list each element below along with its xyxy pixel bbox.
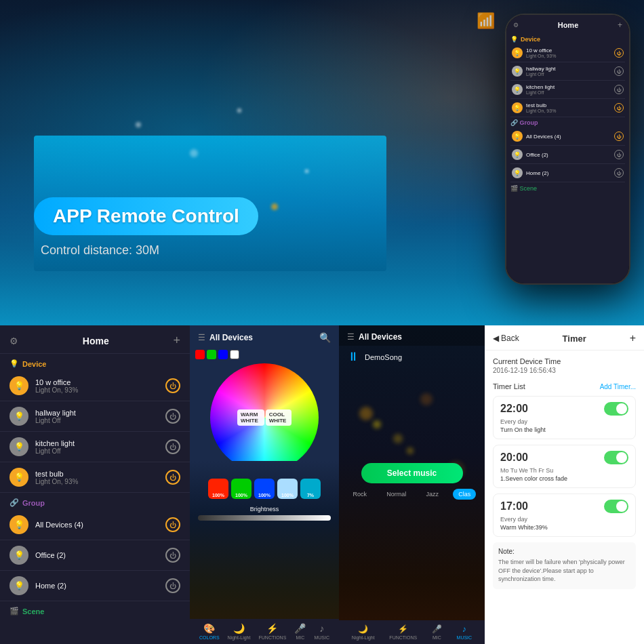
app-scene-icon: 🎬 bbox=[9, 607, 19, 616]
music-list-icon: ☰ bbox=[347, 332, 355, 342]
app-device-info-3: kitchen light Light Off bbox=[35, 439, 165, 455]
swatch-white[interactable]: 100% bbox=[277, 479, 298, 499]
music-tab-normal[interactable]: Normal bbox=[381, 489, 411, 500]
app-power-btn-4[interactable]: ⏻ bbox=[165, 470, 180, 485]
timer-item-1-top: 22:00 bbox=[500, 402, 628, 416]
music-nav-music[interactable]: ♪ MUSIC bbox=[457, 624, 472, 640]
app-group-power-3[interactable]: ⏻ bbox=[165, 578, 180, 593]
mid-search-icon[interactable]: 🔍 bbox=[319, 332, 331, 343]
phone-group-power-3[interactable]: ⏻ bbox=[614, 168, 624, 178]
swatch-blue[interactable]: 100% bbox=[254, 479, 275, 499]
app-group-power-2[interactable]: ⏻ bbox=[165, 548, 180, 563]
timer-item-1: 22:00 Every day Turn On the light bbox=[493, 396, 636, 439]
music-tab-clas[interactable]: Clas bbox=[453, 489, 476, 500]
app-group-info-3: Home (2) bbox=[35, 582, 165, 590]
phone-device-icon-2: 💡 bbox=[512, 66, 523, 77]
app-group-row-2[interactable]: 💡 Office (2) ⏻ bbox=[0, 540, 190, 571]
app-gear-icon[interactable]: ⚙ bbox=[9, 336, 18, 346]
phone-group-power-1[interactable]: ⏻ bbox=[614, 132, 624, 141]
music-tab-jazz[interactable]: Jazz bbox=[421, 489, 445, 500]
phone-title: Home bbox=[558, 21, 579, 29]
mid-bottom: 100% 100% 100% 100% 7% Brightness bbox=[190, 475, 339, 523]
app-device-section: 💡 Device bbox=[0, 354, 190, 371]
mid-nav-nightlight[interactable]: 🌙 Night-Light bbox=[228, 623, 251, 640]
app-group-row-1[interactable]: 💡 All Devices (4) ⏻ bbox=[0, 510, 190, 540]
music-pause-icon[interactable]: ⏸ bbox=[347, 350, 359, 364]
select-music-button[interactable]: Select music bbox=[361, 463, 463, 483]
music-tab-rock[interactable]: Rock bbox=[348, 489, 373, 500]
swatch-cyan[interactable]: 7% bbox=[300, 479, 321, 499]
cool-label: COOL WHITE bbox=[266, 409, 291, 426]
music-nav-functions[interactable]: ⚡ FUNCTIONS bbox=[389, 624, 417, 640]
app-device-row-3[interactable]: 💡 kitchen light Light Off ⏻ bbox=[0, 432, 190, 462]
app-device-row-2[interactable]: 💡 hallway light Light Off ⏻ bbox=[0, 401, 190, 432]
hero-badge: APP Remote Control bbox=[34, 197, 258, 235]
app-left-title: Home bbox=[83, 336, 109, 346]
mid-content: WARM WHITE COOL WHITE bbox=[190, 347, 339, 475]
hero-badge-text: APP Remote Control bbox=[53, 205, 239, 226]
swatch-green[interactable]: 100% bbox=[231, 479, 251, 499]
app-group-info-2: Office (2) bbox=[35, 551, 165, 559]
app-power-btn-1[interactable]: ⏻ bbox=[165, 378, 180, 393]
app-mid-panel: ☰ All Devices 🔍 WARM WHITE COOL WHITE bbox=[190, 325, 339, 644]
phone-plus-icon: + bbox=[618, 20, 622, 30]
timer-toggle-1[interactable] bbox=[604, 402, 628, 416]
mid-nav-colors[interactable]: 🎨 COLORS bbox=[199, 623, 220, 640]
phone-group-power-2[interactable]: ⏻ bbox=[614, 150, 624, 159]
add-timer-link[interactable]: Add Timer... bbox=[600, 383, 636, 390]
app-plus-icon[interactable]: + bbox=[173, 334, 180, 348]
phone-power-3[interactable]: ⏻ bbox=[614, 85, 624, 94]
music-nav-nightlight[interactable]: 🌙 Night-Light bbox=[352, 624, 375, 640]
music-nav-mic[interactable]: 🎤 MIC bbox=[432, 624, 442, 640]
brightness-label: Brightness bbox=[198, 506, 331, 512]
timer-toggle-3[interactable] bbox=[604, 500, 628, 513]
timer-back-button[interactable]: ◀ Back bbox=[493, 334, 519, 343]
nightlight-icon: 🌙 bbox=[233, 623, 245, 634]
app-group-row-3[interactable]: 💡 Home (2) ⏻ bbox=[0, 571, 190, 601]
phone-device-info-2: hallway light Light Off bbox=[526, 66, 614, 77]
brightness-bar[interactable] bbox=[198, 515, 331, 521]
music-bokeh-area bbox=[339, 368, 485, 463]
timer-toggle-2[interactable] bbox=[604, 451, 628, 464]
music-title: All Devices bbox=[359, 332, 402, 342]
color-sliders: 100% 100% 100% 100% 7% bbox=[190, 475, 339, 503]
app-group-bulb-2: 💡 bbox=[9, 546, 28, 565]
red-dot bbox=[195, 350, 205, 359]
swatch-red[interactable]: 100% bbox=[208, 479, 228, 499]
music-nav-label: MUSIC bbox=[314, 635, 329, 640]
music-content: ☰ All Devices ⏸ DemoSong Select music Ro… bbox=[339, 325, 485, 505]
phone-power-2[interactable]: ⏻ bbox=[614, 66, 624, 76]
swatch-green-label: 100% bbox=[231, 493, 251, 498]
app-power-btn-3[interactable]: ⏻ bbox=[165, 439, 180, 454]
app-device-bulb-3: 💡 bbox=[9, 437, 28, 456]
music-header: ☰ All Devices bbox=[339, 325, 485, 346]
timer-add-icon[interactable]: + bbox=[630, 332, 636, 344]
app-device-icon: 💡 bbox=[9, 359, 19, 368]
mid-list-icon: ☰ bbox=[198, 333, 205, 342]
phone-power-4[interactable]: ⏻ bbox=[614, 103, 624, 113]
mid-nav-mic[interactable]: 🎤 MIC bbox=[294, 623, 306, 640]
app-device-row-1[interactable]: 💡 10 w office Light On, 93% ⏻ bbox=[0, 371, 190, 401]
app-left-panel: ⚙ Home + 💡 Device 💡 10 w office Light On… bbox=[0, 325, 190, 644]
phone-device-label: 💡 Device bbox=[510, 34, 625, 44]
timer-item-3-top: 17:00 bbox=[500, 500, 628, 513]
phone-power-1[interactable]: ⏻ bbox=[614, 48, 624, 58]
app-group-power-1[interactable]: ⏻ bbox=[165, 517, 180, 532]
phone-device-info-1: 10 w office Light On, 93% bbox=[526, 47, 614, 58]
color-wheel[interactable]: WARM WHITE COOL WHITE bbox=[210, 363, 319, 472]
mid-nav-functions[interactable]: ⚡ FUNCTIONS bbox=[259, 623, 287, 640]
phone-group-info-1: All Devices (4) bbox=[526, 134, 614, 140]
mid-header: ☰ All Devices 🔍 bbox=[190, 325, 339, 347]
current-time-value: 2016-12-19 16:56:43 bbox=[493, 367, 636, 374]
music-mic-label: MIC bbox=[432, 635, 441, 640]
color-wheel-wrap[interactable]: WARM WHITE COOL WHITE bbox=[195, 363, 334, 472]
timer-list-label: Timer List bbox=[493, 382, 525, 390]
phone-header: ⚙ Home + bbox=[506, 15, 629, 33]
color-dots bbox=[195, 350, 334, 359]
mid-nav: 🎨 COLORS 🌙 Night-Light ⚡ FUNCTIONS 🎤 MIC… bbox=[190, 619, 339, 644]
functions-icon: ⚡ bbox=[266, 623, 278, 634]
mid-nav-music-btn[interactable]: ♪ MUSIC bbox=[314, 623, 329, 640]
app-device-row-4[interactable]: 💡 test bulb Light On, 93% ⏻ bbox=[0, 462, 190, 493]
phone-group-icon-1: 💡 bbox=[512, 131, 523, 142]
app-power-btn-2[interactable]: ⏻ bbox=[165, 409, 180, 424]
